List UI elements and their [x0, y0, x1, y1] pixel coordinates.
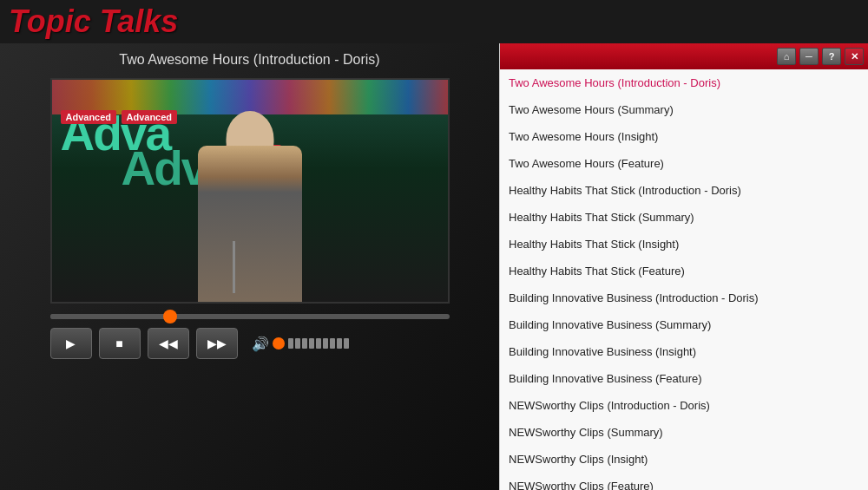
progress-thumb[interactable]	[163, 310, 177, 323]
volume-thumb[interactable]	[273, 337, 285, 350]
playlist-item[interactable]: Two Awesome Hours (Summary)	[500, 96, 868, 123]
progress-bar[interactable]	[50, 314, 450, 319]
playlist-item[interactable]: NEWSworthy Clips (Introduction - Doris)	[500, 392, 868, 419]
volume-track	[288, 338, 349, 349]
playlist-item[interactable]: Healthy Habits That Stick (Insight)	[500, 231, 868, 258]
playlist-item[interactable]: Healthy Habits That Stick (Summary)	[500, 204, 868, 231]
vol-bar-8	[337, 338, 342, 349]
app-title: Topic Talks	[9, 3, 178, 40]
vol-bar-9	[344, 338, 349, 349]
stop-button[interactable]: ■	[99, 328, 141, 359]
vol-bar-4	[309, 338, 314, 349]
controls-area: ▶ ■ ◀◀ ▶▶ 🔊	[50, 328, 450, 359]
vol-bar-1	[288, 338, 293, 349]
playlist-item[interactable]: NEWSworthy Clips (Feature)	[500, 473, 868, 490]
playlist-item[interactable]: Building Innovative Business (Introducti…	[500, 284, 868, 311]
rewind-button[interactable]: ◀◀	[148, 328, 189, 359]
playlist-item[interactable]: Healthy Habits That Stick (Introduction …	[500, 177, 868, 204]
video-title: Two Awesome Hours (Introduction - Doris)	[17, 52, 482, 68]
home-button[interactable]: ⌂	[777, 48, 796, 65]
banner-label-1: Advanced	[61, 110, 117, 124]
playlist-item[interactable]: NEWSworthy Clips (Insight)	[500, 446, 868, 473]
playlist-container[interactable]: Two Awesome Hours (Introduction - Doris)…	[500, 69, 868, 490]
play-button[interactable]: ▶	[50, 328, 92, 359]
vol-bar-2	[295, 338, 300, 349]
volume-area: 🔊	[252, 336, 450, 352]
video-container: Adva Adva Advanced Advanced Advanced	[50, 78, 450, 304]
microphone-stand	[233, 241, 235, 293]
progress-fill	[50, 314, 170, 319]
progress-area	[50, 314, 450, 319]
playlist-item[interactable]: Building Innovative Business (Insight)	[500, 338, 868, 365]
vol-bar-3	[302, 338, 307, 349]
vol-bar-5	[316, 338, 321, 349]
playlist-item[interactable]: NEWSworthy Clips (Summary)	[500, 419, 868, 446]
forward-button[interactable]: ▶▶	[196, 328, 238, 359]
video-panel: Two Awesome Hours (Introduction - Doris)…	[0, 43, 499, 490]
close-button[interactable]: ✕	[845, 48, 864, 65]
main-content: Two Awesome Hours (Introduction - Doris)…	[0, 43, 868, 490]
playlist-item[interactable]: Two Awesome Hours (Introduction - Doris)	[500, 69, 868, 96]
volume-icon[interactable]: 🔊	[252, 336, 269, 352]
playlist-item[interactable]: Building Innovative Business (Feature)	[500, 365, 868, 392]
minimize-button[interactable]: ─	[799, 48, 819, 65]
playlist-item[interactable]: Two Awesome Hours (Insight)	[500, 123, 868, 150]
title-bar: Topic Talks	[0, 0, 868, 43]
person-body	[198, 146, 302, 302]
banner-label-2: Advanced	[122, 110, 178, 124]
toolbar: ⌂ ─ ? ✕	[500, 43, 868, 69]
playlist-item[interactable]: Two Awesome Hours (Feature)	[500, 150, 868, 177]
vol-bar-6	[323, 338, 328, 349]
help-button[interactable]: ?	[822, 48, 841, 65]
playlist-item[interactable]: Building Innovative Business (Summary)	[500, 311, 868, 338]
playlist-item[interactable]: Healthy Habits That Stick (Feature)	[500, 258, 868, 284]
right-panel: ⌂ ─ ? ✕ Two Awesome Hours (Introduction …	[499, 43, 868, 490]
video-frame: Adva Adva Advanced Advanced Advanced	[52, 80, 448, 302]
vol-bar-7	[330, 338, 335, 349]
